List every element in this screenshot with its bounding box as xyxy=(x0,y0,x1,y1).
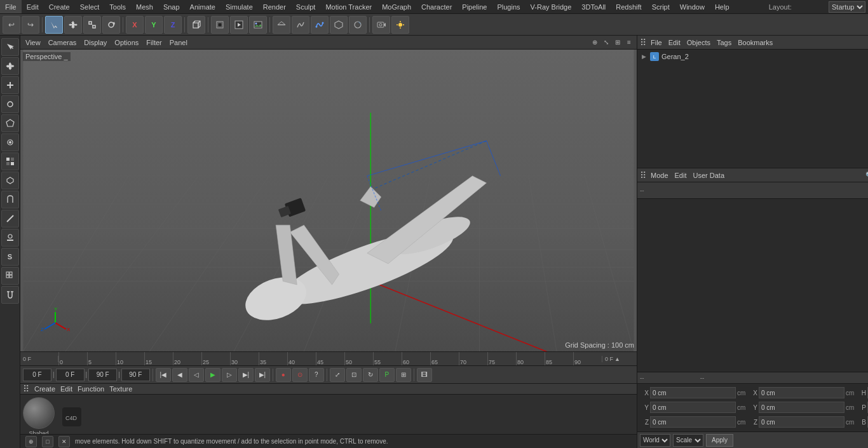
record-auto-button[interactable]: ⊙ xyxy=(292,368,308,382)
motion-arrows[interactable]: ⤢ xyxy=(330,368,345,382)
status-icon-close[interactable]: ✕ xyxy=(58,436,70,447)
menu-render[interactable]: Render xyxy=(258,0,291,13)
undo-button[interactable]: ↩ xyxy=(3,16,20,34)
viewport-menu-panel[interactable]: Panel xyxy=(167,39,190,46)
sidebar-soft-btn[interactable] xyxy=(1,172,19,189)
deformer-button[interactable] xyxy=(311,16,329,34)
rotate-tool-button[interactable] xyxy=(102,16,120,34)
coord-y-pos-input[interactable] xyxy=(650,402,736,413)
material-menu-texture[interactable]: Texture xyxy=(109,385,132,393)
menu-plugins[interactable]: Plugins xyxy=(492,0,525,13)
sidebar-select-btn[interactable] xyxy=(1,38,19,56)
end-frame-input[interactable] xyxy=(88,369,117,381)
apply-button[interactable]: Apply xyxy=(706,434,733,447)
move-tool-button[interactable] xyxy=(64,16,82,34)
menu-create[interactable]: Create xyxy=(44,0,75,13)
objects-content[interactable]: ▶ L Geran_2 xyxy=(637,50,868,168)
select-tool-button[interactable] xyxy=(45,16,63,34)
viewport-menu-options[interactable]: Options xyxy=(112,39,141,46)
menu-sculpt[interactable]: Sculpt xyxy=(291,0,321,13)
render-region-button[interactable] xyxy=(211,16,229,34)
material-preview-ball[interactable] xyxy=(23,397,55,429)
sidebar-magnet-btn[interactable] xyxy=(1,286,19,304)
objects-menu-file[interactable]: File xyxy=(649,39,664,46)
menu-snap[interactable]: Snap xyxy=(158,0,185,13)
record-button[interactable]: ● xyxy=(276,368,291,382)
film-btn[interactable]: 🎞 xyxy=(417,368,432,382)
coord-z-pos-input[interactable] xyxy=(650,416,736,428)
attr-menu-edit[interactable]: Edit xyxy=(673,172,689,179)
objects-menu-edit[interactable]: Edit xyxy=(667,39,682,46)
autokey-btn[interactable]: ↻ xyxy=(363,368,378,382)
coord-y-size-input[interactable] xyxy=(759,402,844,413)
menu-3dtoall[interactable]: 3DToAll xyxy=(576,0,611,13)
go-end-button[interactable]: ▶| xyxy=(255,368,270,382)
viewport-icon-grid[interactable]: ⊞ xyxy=(613,37,623,48)
play-button[interactable]: ▶ xyxy=(205,368,220,382)
menu-tools[interactable]: Tools xyxy=(104,0,131,13)
viewport-menu-cameras[interactable]: Cameras xyxy=(46,39,79,46)
menu-select[interactable]: Select xyxy=(75,0,105,13)
key-btn[interactable]: ⊡ xyxy=(346,368,362,382)
render-picture-viewer-button[interactable] xyxy=(249,16,267,34)
viewport-icon-expand[interactable]: ⊕ xyxy=(590,37,600,48)
pos-btn[interactable]: P xyxy=(379,368,395,382)
viewport-menu-view[interactable]: View xyxy=(23,39,43,46)
menu-pipeline[interactable]: Pipeline xyxy=(457,0,492,13)
coord-x-size-input[interactable] xyxy=(759,387,844,398)
menu-redshift[interactable]: Redshift xyxy=(611,0,646,13)
redo-button[interactable]: ↪ xyxy=(22,16,39,34)
material-menu-edit[interactable]: Edit xyxy=(60,385,72,393)
spline-button[interactable] xyxy=(292,16,309,34)
sidebar-line-btn[interactable] xyxy=(1,210,19,227)
next-step-button[interactable]: ▷ xyxy=(222,368,237,382)
attr-menu-mode[interactable]: Mode xyxy=(649,172,670,179)
layout-dropdown[interactable]: Startup xyxy=(829,1,865,13)
current-frame-input[interactable] xyxy=(56,369,85,381)
status-icon-1[interactable]: ⊕ xyxy=(25,436,37,447)
field-button[interactable] xyxy=(330,16,348,34)
menu-mesh[interactable]: Mesh xyxy=(131,0,158,13)
go-start-button[interactable]: |◀ xyxy=(156,368,171,382)
menu-script[interactable]: Script xyxy=(647,0,675,13)
coord-z-size-input[interactable] xyxy=(759,416,844,428)
end-frame-input2[interactable] xyxy=(121,369,150,381)
menu-window[interactable]: Window xyxy=(675,0,710,13)
material-menu-function[interactable]: Function xyxy=(78,385,104,393)
objects-menu-objects[interactable]: Objects xyxy=(685,39,712,46)
camera-button[interactable] xyxy=(372,16,390,34)
timeline-track[interactable]: 0 5 10 15 20 25 30 35 40 45 50 55 60 65 … xyxy=(58,352,602,365)
cube-button[interactable] xyxy=(187,16,205,34)
scale-dropdown[interactable]: Scale xyxy=(673,434,703,447)
prev-step-button[interactable]: ◁ xyxy=(189,368,204,382)
timeline-end-frame[interactable]: 0 F ▲ xyxy=(602,356,637,362)
menu-help[interactable]: Help xyxy=(710,0,735,13)
material-menu-create[interactable]: Create xyxy=(34,385,55,393)
light-button[interactable] xyxy=(391,16,409,34)
viewport[interactable]: Perspective _ Grid Spacing : 100 cm Y X … xyxy=(20,50,637,351)
objects-menu-bookmarks[interactable]: Bookmarks xyxy=(736,39,775,46)
help-button[interactable]: ? xyxy=(309,368,324,382)
menu-character[interactable]: Character xyxy=(416,0,457,13)
sidebar-paint-btn[interactable] xyxy=(1,133,19,151)
menu-file[interactable]: File xyxy=(0,0,22,13)
sidebar-poly-btn[interactable] xyxy=(1,114,19,132)
sidebar-stamp-btn[interactable] xyxy=(1,229,19,247)
menu-animate[interactable]: Animate xyxy=(185,0,220,13)
floor-button[interactable] xyxy=(273,16,290,34)
sidebar-bend-btn[interactable] xyxy=(1,191,19,208)
objects-menu-tags[interactable]: Tags xyxy=(715,39,733,46)
menu-mograph[interactable]: MoGraph xyxy=(377,0,416,13)
material-button[interactable] xyxy=(349,16,367,34)
sidebar-s-btn[interactable]: S xyxy=(1,248,19,266)
sidebar-move-btn[interactable] xyxy=(1,57,19,75)
sidebar-scale-btn[interactable] xyxy=(1,76,19,94)
viewport-icon-layers[interactable]: ≡ xyxy=(624,37,634,48)
prev-frame-button[interactable]: ◀ xyxy=(172,368,187,382)
x-axis-button[interactable]: X xyxy=(126,16,144,34)
viewport-menu-filter[interactable]: Filter xyxy=(144,39,164,46)
sidebar-checker-btn[interactable] xyxy=(1,153,19,170)
y-axis-button[interactable]: Y xyxy=(145,16,163,34)
menu-simulate[interactable]: Simulate xyxy=(220,0,258,13)
timeline-ruler[interactable]: 0 F 0 5 10 15 20 25 30 35 40 45 50 55 60… xyxy=(20,351,637,365)
